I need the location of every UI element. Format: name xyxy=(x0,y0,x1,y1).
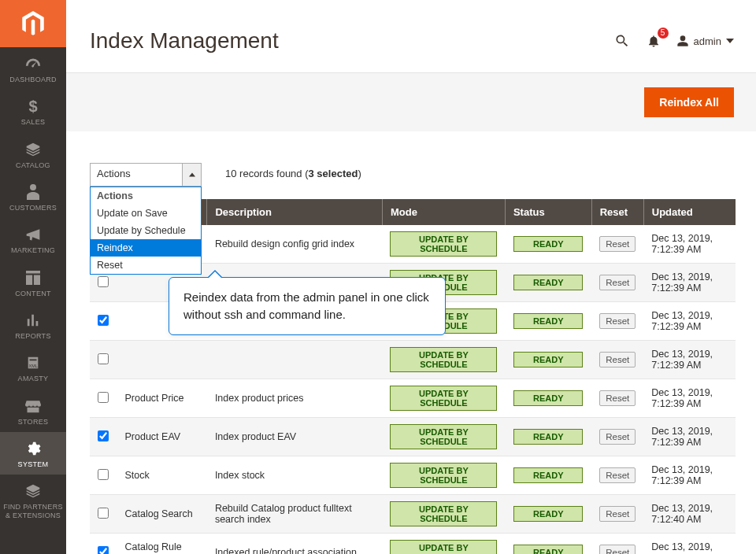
nav-label: DASHBOARD xyxy=(9,76,57,83)
nav-item-sales[interactable]: $SALES xyxy=(0,90,66,132)
reset-button[interactable]: Reset xyxy=(599,467,636,483)
row-checkbox[interactable] xyxy=(98,546,109,555)
column-header[interactable]: Mode xyxy=(382,199,505,225)
mode-badge: UPDATE BY SCHEDULE xyxy=(390,424,497,449)
mass-actions-dropdown: ActionsUpdate on SaveUpdate by ScheduleR… xyxy=(90,187,202,275)
status-badge: READY xyxy=(513,506,583,522)
nav-item-stores[interactable]: STORES xyxy=(0,390,66,432)
nav-item-dashboard[interactable]: DASHBOARD xyxy=(0,47,66,90)
nav-item-catalog[interactable]: CATALOG xyxy=(0,133,66,175)
system-icon xyxy=(24,440,42,457)
column-header[interactable]: Reset xyxy=(591,199,643,225)
reset-button[interactable]: Reset xyxy=(599,545,636,554)
mass-action-option[interactable]: Update on Save xyxy=(91,205,201,222)
nav-label: CUSTOMERS xyxy=(9,204,57,212)
row-checkbox[interactable] xyxy=(98,469,109,480)
nav-item-system[interactable]: SYSTEM xyxy=(0,432,66,475)
column-header[interactable]: Description xyxy=(207,199,383,225)
chevron-down-icon xyxy=(726,37,734,45)
cell-description: Rebuild Catalog product fulltext search … xyxy=(207,495,383,534)
mass-actions-toggle[interactable] xyxy=(182,164,201,186)
cell-indexer: Product EAV xyxy=(117,418,207,456)
table-row: Product PriceIndex product pricesUPDATE … xyxy=(90,379,736,418)
cell-status: READY xyxy=(505,495,591,534)
reset-button[interactable]: Reset xyxy=(599,506,636,522)
nav-label: FIND PARTNERS & EXTENSIONS xyxy=(2,503,65,519)
nav-item-content[interactable]: CONTENT xyxy=(0,261,66,304)
cell-description: Index product EAV xyxy=(207,418,383,456)
reset-button[interactable]: Reset xyxy=(599,313,636,329)
cell-status: READY xyxy=(505,456,591,495)
svg-text:XML: XML xyxy=(29,364,38,369)
reset-button[interactable]: Reset xyxy=(599,429,636,445)
dashboard-icon xyxy=(24,55,42,72)
nav-label: SYSTEM xyxy=(18,460,49,468)
header-actions: 5 admin xyxy=(613,32,734,50)
cell-status: READY xyxy=(505,302,591,341)
cell-updated: Dec 13, 2019, 7:12:39 AM xyxy=(643,456,736,495)
cell-description xyxy=(207,341,383,379)
search-icon[interactable] xyxy=(613,32,631,50)
customers-icon xyxy=(24,183,42,201)
nav-label: STORES xyxy=(18,418,49,426)
cell-updated: Dec 13, 2019, 7:12:39 AM xyxy=(643,379,736,418)
cell-status: READY xyxy=(505,225,591,264)
cell-status: READY xyxy=(505,379,591,418)
magento-logo[interactable] xyxy=(0,0,66,47)
cell-indexer: Catalog Search xyxy=(117,495,207,534)
row-checkbox[interactable] xyxy=(98,315,109,326)
cell-status: READY xyxy=(505,534,591,555)
nav-label: AMASTY xyxy=(18,375,49,382)
cell-description: Index stock xyxy=(207,456,383,495)
cell-status: READY xyxy=(505,341,591,379)
notifications-icon[interactable]: 5 xyxy=(645,32,662,50)
reset-button[interactable]: Reset xyxy=(599,352,636,367)
cell-description: Index product prices xyxy=(207,379,383,418)
row-checkbox[interactable] xyxy=(98,353,109,364)
nav-item-reports[interactable]: REPORTS xyxy=(0,304,66,346)
cell-mode: UPDATE BY SCHEDULE xyxy=(382,379,505,418)
nav-item-amasty[interactable]: XMLAMASTY xyxy=(0,346,66,389)
reset-button[interactable]: Reset xyxy=(599,236,636,252)
cell-indexer xyxy=(117,341,207,379)
reindex-all-button[interactable]: Reindex All xyxy=(644,87,734,117)
column-header[interactable]: Status xyxy=(505,199,591,225)
nav-item-marketing[interactable]: MARKETING xyxy=(0,218,66,260)
row-checkbox[interactable] xyxy=(98,276,109,287)
mass-actions-select[interactable]: Actions ActionsUpdate on SaveUpdate by S… xyxy=(90,163,202,187)
status-badge: READY xyxy=(513,429,583,445)
admin-sidebar: DASHBOARD$SALESCATALOGCUSTOMERSMARKETING… xyxy=(0,0,66,554)
nav-label: REPORTS xyxy=(15,332,50,340)
catalog-icon xyxy=(24,141,42,158)
cell-status: READY xyxy=(505,264,591,302)
page-toolbar: Reindex All xyxy=(66,72,756,131)
reset-button[interactable]: Reset xyxy=(599,390,636,406)
cell-description: Rebuild design config grid index xyxy=(207,225,383,264)
reset-button[interactable]: Reset xyxy=(599,275,636,290)
nav-item-find-partners-extensions[interactable]: FIND PARTNERS & EXTENSIONS xyxy=(0,475,66,526)
user-icon xyxy=(676,35,689,47)
user-menu[interactable]: admin xyxy=(676,35,734,47)
nav-item-customers[interactable]: CUSTOMERS xyxy=(0,175,66,218)
row-checkbox[interactable] xyxy=(98,392,109,403)
cell-mode: UPDATE BY SCHEDULE xyxy=(382,341,505,379)
marketing-icon xyxy=(24,226,42,243)
cell-mode: UPDATE BY SCHEDULE xyxy=(382,534,505,555)
mass-action-option[interactable]: Update by Schedule xyxy=(91,222,201,239)
status-badge: READY xyxy=(513,236,583,252)
status-badge: READY xyxy=(513,545,583,554)
cell-indexer: Product Price xyxy=(117,379,207,418)
mass-action-option[interactable]: Reindex xyxy=(91,239,201,257)
status-badge: READY xyxy=(513,467,583,483)
cell-updated: Dec 13, 2019, 7:12:40 AM xyxy=(643,534,736,555)
mass-action-option: Actions xyxy=(91,187,201,205)
row-checkbox[interactable] xyxy=(98,430,109,441)
nav-label: CATALOG xyxy=(16,161,50,169)
column-header[interactable]: Updated xyxy=(643,199,736,225)
status-badge: READY xyxy=(513,313,583,329)
cell-mode: UPDATE BY SCHEDULE xyxy=(382,495,505,534)
row-checkbox[interactable] xyxy=(98,508,109,519)
mode-badge: UPDATE BY SCHEDULE xyxy=(390,501,497,526)
mass-action-option[interactable]: Reset xyxy=(91,257,201,274)
cell-updated: Dec 13, 2019, 7:12:39 AM xyxy=(643,341,736,379)
